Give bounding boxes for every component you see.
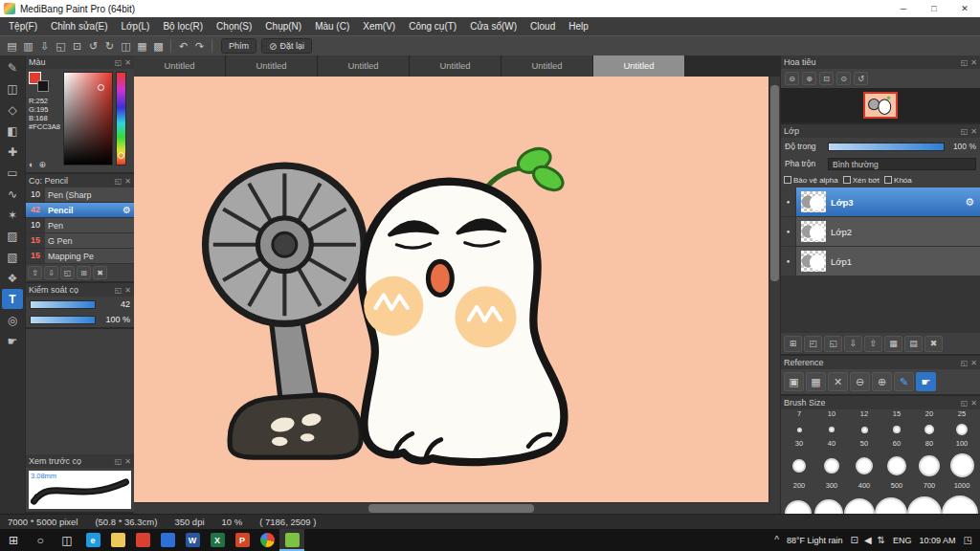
gear-icon[interactable]: ⚙ [965,196,980,209]
layer-mask-icon[interactable]: ▦ [884,336,902,352]
zoom-in-icon[interactable]: ⊕ [802,72,816,85]
merge-down-icon[interactable]: ⇩ [844,336,862,352]
background-color-swatch[interactable] [37,80,49,92]
canvas[interactable] [134,77,780,514]
transfer-icon[interactable]: ⇧ [864,336,882,352]
panel-close-icon[interactable]: ✕ [124,457,131,466]
layer-opacity-slider[interactable] [828,143,945,151]
menu-item[interactable]: Chụp(N) [258,17,308,35]
document-tab[interactable]: Untitled [318,55,410,77]
speaker-icon[interactable]: ◀ [864,535,872,545]
layer-option-checkbox[interactable]: Khóa [884,176,912,185]
paste-icon[interactable]: ⊡ [69,38,85,55]
brush-size-option[interactable] [815,427,848,432]
layer-visibility-icon[interactable]: ● [781,217,796,246]
layer-row[interactable]: ●Lớp3⚙ [781,187,980,217]
panel-popout-icon[interactable]: ◱ [115,286,122,295]
hidden-icons-chevron[interactable]: ^ [774,535,779,545]
panel-close-icon[interactable]: ✕ [970,399,977,408]
brush-item[interactable]: 10Pen (Sharp [26,187,134,203]
color-swatches[interactable] [29,72,52,95]
keyboard-shortcut-button[interactable]: Phím [221,38,256,54]
ref-grid-icon[interactable]: ▦ [806,372,826,391]
brush-size-option[interactable] [783,428,815,432]
select-eraser-tool-icon[interactable]: ▧ [2,247,23,267]
delete-layer-icon[interactable]: ✖ [924,336,943,352]
zoom-out-icon[interactable]: ⊖ [785,72,799,85]
eyedropper-tool-icon[interactable]: ◎ [2,310,23,330]
panel-close-icon[interactable]: ✕ [124,286,131,295]
redo-icon[interactable]: ↷ [191,38,208,55]
brush-item[interactable]: 10Pen [26,218,134,233]
store-icon[interactable] [155,529,180,551]
ref-zoom-in-icon[interactable]: ⊕ [872,372,892,391]
material-icon[interactable]: ▩ [150,38,167,55]
brush-size-option[interactable] [913,455,946,476]
panel-popout-icon[interactable]: ◱ [115,58,122,67]
reset-button[interactable]: ⊘ Đặt lại [261,38,312,54]
panel-close-icon[interactable]: ✕ [970,58,977,67]
blend-mode-select[interactable]: Bình thường [828,158,976,170]
vertical-scrollbar-thumb[interactable] [770,85,779,281]
undo-icon[interactable]: ↶ [175,38,191,55]
up-icon[interactable]: ⇧ [28,266,42,279]
hand-tool-icon[interactable]: ☛ [2,331,23,351]
brush-size-option[interactable] [946,424,978,435]
brush-size-option[interactable] [783,500,813,514]
panel-popout-icon[interactable]: ◱ [961,399,969,408]
gear-icon[interactable]: ⚙ [122,205,134,215]
language-indicator[interactable]: ENG [893,536,912,545]
brush-size-option[interactable] [880,456,913,475]
network-icon[interactable]: ⇅ [878,535,885,545]
layer-option-checkbox[interactable]: Xén bớt [843,176,880,185]
brush-size-option[interactable] [848,427,880,433]
document-tab[interactable]: Untitled [501,55,593,77]
checkbox-icon[interactable] [843,176,851,184]
text-tool-icon[interactable]: T [2,289,23,309]
lasso-tool-icon[interactable]: ∿ [2,184,23,204]
down-icon[interactable]: ⇩ [44,266,58,279]
file-explorer-icon[interactable] [105,529,130,551]
brush-size-option[interactable] [942,496,978,514]
layer-settings-icon[interactable]: ▤ [904,336,923,352]
menu-item[interactable]: Lớp(L) [115,17,157,35]
word-icon[interactable]: W [180,529,205,551]
brush-item[interactable]: 15Mapping Pe [26,249,134,264]
layer-row[interactable]: ●Lớp2 [781,217,980,247]
panel-popout-icon[interactable]: ◱ [115,457,122,466]
hue-marker[interactable] [118,152,124,159]
chrome-icon[interactable] [255,529,279,551]
menu-item[interactable]: Cloud [523,17,562,35]
navigator-thumbnail[interactable] [863,92,898,119]
rect-select-tool-icon[interactable]: ▭ [2,163,23,183]
brush-size-option[interactable] [783,459,815,473]
menu-item[interactable]: Help [562,17,595,35]
ref-zoom-out-icon[interactable]: ⊖ [850,372,870,391]
saturation-value-picker[interactable] [63,72,113,165]
brush-opacity-slider[interactable] [30,316,96,324]
panel-popout-icon[interactable]: ◱ [961,127,969,136]
edge-icon[interactable]: e [80,529,105,551]
document-tab[interactable]: Untitled [410,55,501,77]
move-tool-icon[interactable]: ✚ [2,142,23,162]
document-tab[interactable]: Untitled [226,55,318,77]
flip-icon[interactable]: ◫ [118,38,134,55]
panel-close-icon[interactable]: ✕ [970,127,977,136]
brush-item[interactable]: 15G Pen [26,233,134,249]
menu-item[interactable]: Bộ lọc(R) [156,17,210,35]
duplicate-layer-icon[interactable]: ◱ [824,336,842,352]
hue-slider[interactable] [116,72,126,165]
document-tab[interactable]: Untitled [134,55,226,77]
magic-wand-tool-icon[interactable]: ✶ [2,205,23,225]
brush-size-option[interactable] [946,453,978,477]
brush-tool-icon[interactable]: ✎ [2,57,23,77]
menu-item[interactable]: Xem(V) [356,17,402,35]
display-icon[interactable]: ⊡ [851,535,858,545]
layer-visibility-icon[interactable]: ● [781,247,796,276]
eraser-tool-icon[interactable]: ◫ [2,78,23,99]
panel-close-icon[interactable]: ✕ [970,359,977,367]
layer-row[interactable]: ●Lớp1 [781,247,980,276]
layer-option-checkbox[interactable]: Bảo vệ alpha [784,176,838,185]
select-pen-tool-icon[interactable]: ▨ [2,226,23,246]
smudge-tool-icon[interactable]: ◇ [2,99,23,120]
